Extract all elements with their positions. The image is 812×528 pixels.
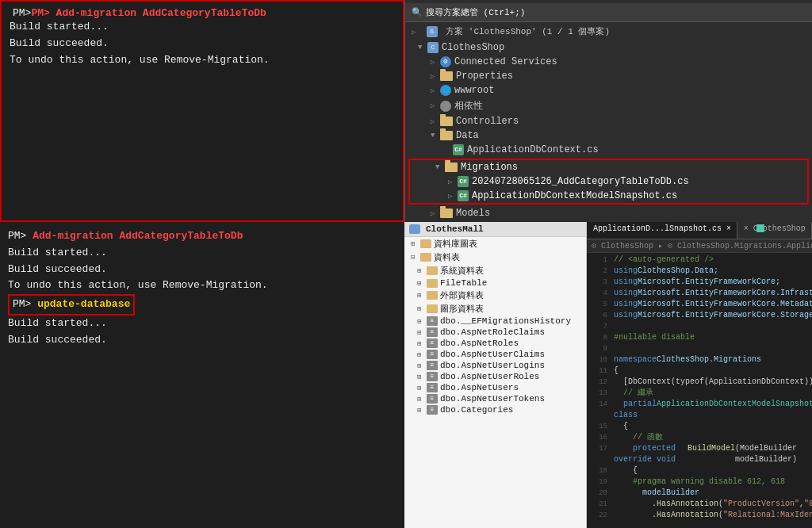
connected-icon: ⚙	[440, 56, 451, 67]
db-system-tables[interactable]: ⊞ 系統資料表	[404, 264, 586, 277]
code-line-20: 20 modelBuilder	[587, 488, 812, 499]
code-line-14: 14 partial class ApplicationDbContextMod…	[587, 399, 812, 421]
terminal-1-line-3: Build succeeded.	[10, 36, 395, 52]
tab-clothesshop[interactable]: × ClothesShop	[737, 222, 812, 239]
data-item[interactable]: ▼ Data	[405, 128, 812, 143]
controllers-folder-icon	[440, 117, 453, 126]
data-folder-icon	[440, 131, 453, 140]
code-line-3: 3using Microsoft.EntityFrameworkCore;	[587, 277, 812, 288]
code-line-2: 2using ClothesShop.Data;	[587, 266, 812, 277]
code-line-4: 4using Microsoft.EntityFrameworkCore.Inf…	[587, 288, 812, 299]
wwwroot-icon: 🌐	[440, 85, 451, 96]
code-line-9: 9	[587, 343, 812, 354]
table-icon-3: ≡	[427, 339, 438, 348]
db-tables-icon	[420, 253, 431, 262]
snapshot-file-item[interactable]: ▷ C# ApplicationDbContextModelSnapshot.c…	[410, 189, 807, 203]
terminal-2-line-5: PM> update-database	[8, 294, 135, 316]
code-content: 1// <auto-generated /> 2using ClothesSho…	[587, 253, 812, 524]
terminal-2-line-1: PM> Add-migration AddCategoryTableToDb	[8, 228, 396, 245]
terminal-2: PM> Add-migration AddCategoryTableToDb B…	[0, 222, 404, 528]
db-roles[interactable]: ⊞ ≡ dbo.AspNetRoles	[404, 338, 586, 349]
code-line-16: 16 // 函數	[587, 432, 812, 443]
terminal-1-line-1: PM> PM> Add-migration AddCategoryTableTo…	[10, 8, 395, 19]
table-icon-7: ≡	[427, 383, 438, 392]
code-line-18: 18 {	[587, 465, 812, 476]
table-icon-2: ≡	[427, 327, 438, 337]
code-line-11: 11{	[587, 365, 812, 377]
snapshot-cs-icon: C#	[458, 190, 469, 201]
table-icon-8: ≡	[427, 394, 438, 404]
migrations-section: ▼ Migrations ▷ C# 20240728065126_AddCate…	[408, 159, 809, 205]
tab-snapshot[interactable]: ApplicationD...lSnapshot.cs ×	[587, 222, 737, 239]
db-diagrams[interactable]: ⊞ 資料庫圖表	[404, 237, 586, 251]
table-icon-9: ≡	[427, 405, 438, 415]
cs-icon: C#	[453, 144, 464, 155]
main-layout: PM> PM> Add-migration AddCategoryTableTo…	[0, 0, 812, 528]
dependencies-icon	[440, 101, 451, 112]
db-categories[interactable]: ⊞ ≡ dbo.Categories	[404, 404, 586, 415]
db-tree: ClothesMall ⊞ 資料庫圖表 ⊟ 資料表 ⊞ 系統資料表 ⊞ File…	[404, 222, 587, 528]
db-icon	[409, 224, 420, 234]
solution-title: ▷ S 方案 'ClothesShop' (1 / 1 個專案)	[405, 22, 812, 40]
db-graph-icon	[427, 304, 438, 313]
code-line-6: 6using Microsoft.EntityFrameworkCore.Sto…	[587, 310, 812, 321]
db-graph-tables[interactable]: ⊞ 圖形資料表	[404, 302, 586, 316]
table-icon-4: ≡	[427, 350, 438, 359]
db-tree-header: ClothesMall	[404, 222, 586, 237]
solution-explorer-header: 🔍 搜尋方案總管 (Ctrl+;)	[405, 3, 812, 22]
terminal-2-line-3: Build succeeded.	[8, 262, 396, 278]
db-userlogins[interactable]: ⊞ ≡ dbo.AspNetUserLogins	[404, 360, 586, 371]
table-icon-5: ≡	[427, 361, 438, 370]
connected-services-item[interactable]: ▷ ⚙ Connected Services	[405, 55, 812, 69]
wwwroot-item[interactable]: ▷ 🌐 wwwroot	[405, 83, 812, 98]
table-icon-6: ≡	[427, 372, 438, 381]
db-users[interactable]: ⊞ ≡ dbo.AspNetUsers	[404, 382, 586, 393]
db-filetable[interactable]: ⊞ FileTable	[404, 277, 586, 289]
code-line-21: 21 .HasAnnotation("ProductVersion", "8.0…	[587, 499, 812, 510]
terminal-1: PM> PM> Add-migration AddCategoryTableTo…	[0, 0, 404, 222]
code-line-8: 8#nullable disable	[587, 332, 812, 343]
db-ext-icon	[427, 291, 438, 300]
db-efmigrations[interactable]: ⊞ ≡ dbo.__EFMigrationsHistory	[404, 316, 586, 327]
terminal-1-line-2: Build started...	[10, 19, 395, 36]
code-line-17: 17 protected override void BuildModel(Mo…	[587, 443, 812, 465]
migration-cs-icon: C#	[458, 176, 469, 187]
db-sys-icon	[427, 266, 438, 275]
controllers-item[interactable]: ▷ Controllers	[405, 114, 812, 128]
code-line-22: 22 .HasAnnotation("Relational:MaxIdentif…	[587, 510, 812, 524]
terminal-1-line-4: To undo this action, use Remove-Migratio…	[10, 52, 395, 69]
db-file-icon	[427, 279, 438, 288]
table-icon-1: ≡	[427, 316, 438, 326]
code-line-1: 1// <auto-generated />	[587, 254, 812, 266]
solution-icon: S	[427, 26, 438, 37]
models-folder-icon	[440, 209, 453, 218]
db-external-tables[interactable]: ⊞ 外部資料表	[404, 289, 586, 302]
models-item[interactable]: ▷ Models	[405, 206, 812, 220]
code-line-7: 7	[587, 321, 812, 332]
properties-item[interactable]: ▷ Properties	[405, 69, 812, 83]
code-tabs: ApplicationD...lSnapshot.cs × × ClothesS…	[587, 222, 812, 239]
code-line-5: 5using Microsoft.EntityFrameworkCore.Met…	[587, 299, 812, 310]
solution-explorer: 🔍 搜尋方案總管 (Ctrl+;) ▷ S 方案 'ClothesShop' (…	[404, 0, 812, 222]
db-userroles[interactable]: ⊞ ≡ dbo.AspNetUserRoles	[404, 371, 586, 382]
terminal-2-line-6: Build started...	[8, 316, 396, 332]
dependencies-item[interactable]: ▷ 相依性	[405, 98, 812, 114]
applicationdbcontext-item[interactable]: C# ApplicationDbContext.cs	[405, 143, 812, 157]
terminal-2-line-2: Build started...	[8, 245, 396, 262]
green-indicator	[756, 224, 764, 232]
code-line-12: 12 [DbContext(typeof(ApplicationDbContex…	[587, 377, 812, 388]
bottom-right: ClothesMall ⊞ 資料庫圖表 ⊟ 資料表 ⊞ 系統資料表 ⊞ File…	[404, 222, 812, 528]
migration-file-item[interactable]: ▷ C# 20240728065126_AddCategoryTableToDb…	[410, 174, 807, 189]
code-editor: ApplicationD...lSnapshot.cs × × ClothesS…	[587, 222, 812, 528]
project-item[interactable]: ▼ C ClothesShop	[405, 40, 812, 55]
migrations-folder-icon	[445, 163, 458, 172]
db-tables-group[interactable]: ⊟ 資料表	[404, 251, 586, 264]
db-userclaims[interactable]: ⊞ ≡ dbo.AspNetUserClaims	[404, 349, 586, 360]
db-roleclaims[interactable]: ⊞ ≡ dbo.AspNetRoleClaims	[404, 327, 586, 338]
code-line-15: 15 {	[587, 421, 812, 432]
code-line-19: 19 #pragma warning disable 612, 618	[587, 476, 812, 488]
db-diagrams-icon	[420, 239, 431, 248]
db-usertokens[interactable]: ⊞ ≡ dbo.AspNetUserTokens	[404, 393, 586, 404]
migrations-item[interactable]: ▼ Migrations	[410, 160, 807, 174]
project-icon: C	[427, 42, 439, 53]
